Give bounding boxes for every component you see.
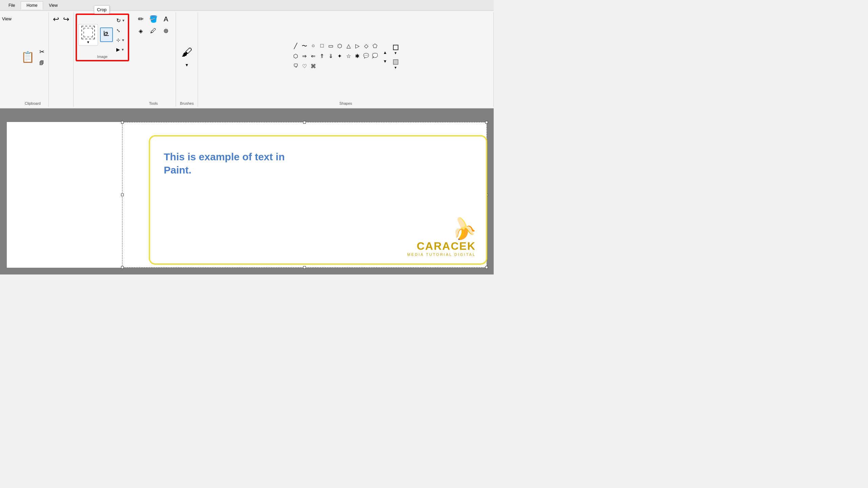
color-picker-tool[interactable]: 🖊 [148, 26, 159, 36]
select-icon [81, 26, 95, 39]
eraser-tool[interactable]: ◈ [135, 26, 146, 36]
svg-rect-6 [393, 60, 398, 64]
shape-line[interactable]: ╱ [292, 42, 300, 52]
shape-callout1[interactable]: 💬 [362, 52, 370, 62]
shape-5point-star[interactable]: ☆ [344, 52, 353, 62]
view-label[interactable]: View [0, 15, 14, 23]
paste-button[interactable]: 📋 [20, 49, 36, 65]
brand-name: CARACEK [417, 240, 476, 252]
undo-button[interactable]: ↩ [52, 14, 60, 25]
brushes-section: 🖌 ▼ Brushes [176, 12, 198, 107]
brand-sub: MEDIA TUTORIAL DIGITAL [407, 252, 476, 257]
invert-dropdown-arrow: ▼ [121, 48, 124, 52]
shapes-format: ▼ ▼ [391, 43, 400, 71]
shapes-section: ╱ 〜 ○ □ ▭ ⬡ △ ▷ ◇ ⬠ ⬡ ⇒ ⇐ ⇑ ⇓ ✦ [198, 12, 494, 107]
tab-view[interactable]: View [43, 1, 63, 9]
canvas-area: This is example of text in Paint. 🍌 CARA… [0, 108, 494, 274]
shape-callout2[interactable]: 💭 [371, 52, 379, 62]
shape-parallelogram[interactable]: ⬡ [336, 42, 344, 52]
shapes-scroll-up[interactable]: ▲ [382, 49, 389, 56]
shape-left-arrow[interactable]: ⇐ [309, 52, 317, 62]
shape-diamond[interactable]: ◇ [362, 42, 370, 52]
select-region-button[interactable]: ⊹ ▼ [115, 36, 126, 44]
rotate-dropdown-arrow: ▼ [122, 19, 125, 22]
shape-curve[interactable]: 〜 [300, 42, 309, 52]
image-section-label: Image [97, 53, 108, 59]
brushes-label: Brushes [180, 100, 194, 105]
tab-home[interactable]: Home [21, 1, 43, 9]
shape-up-arrow[interactable]: ⇑ [318, 52, 326, 62]
selection-handle-bm[interactable] [303, 266, 306, 269]
card-text: This is example of text in Paint. [164, 150, 472, 177]
card-logo: 🍌 CARACEK MEDIA TUTORIAL DIGITAL [407, 216, 476, 257]
selection-handle-ml[interactable] [121, 194, 124, 196]
shape-rounded-rect[interactable]: ▭ [327, 42, 335, 52]
outline-button[interactable]: ▼ [391, 43, 400, 56]
cut-button[interactable]: ✂ [38, 47, 46, 57]
shape-circle[interactable]: ○ [309, 42, 317, 52]
brushes-dropdown[interactable]: ▼ [183, 61, 190, 69]
resize-button[interactable]: ⤡ [115, 27, 126, 34]
shape-heart[interactable]: ♡ [300, 62, 309, 72]
shape-6point-star[interactable]: ✱ [353, 52, 361, 62]
selection-handle-tr[interactable] [485, 121, 488, 124]
shapes-label: Shapes [339, 100, 352, 105]
shape-lightning[interactable]: ⌘ [309, 62, 317, 72]
shape-down-arrow[interactable]: ⇓ [327, 52, 335, 62]
toolbar-body: View 📋 ✂ 🗐 Clipboard ↩ ↪ [0, 11, 494, 108]
copy-button[interactable]: 🗐 [38, 59, 46, 67]
svg-rect-4 [105, 33, 107, 35]
shape-triangle[interactable]: △ [344, 42, 353, 52]
shapes-inner: ╱ 〜 ○ □ ▭ ⬡ △ ▷ ◇ ⬠ ⬡ ⇒ ⇐ ⇑ ⇓ ✦ [292, 14, 400, 100]
pencil-tool[interactable]: ✏ [135, 14, 146, 24]
shape-hexagon[interactable]: ⬡ [292, 52, 300, 62]
shape-rect[interactable]: □ [318, 42, 326, 52]
selection-handle-tm[interactable] [303, 121, 306, 124]
toolbar-tabs: File Home View [0, 0, 494, 11]
shape-right-arrow[interactable]: ⇒ [300, 52, 309, 62]
shapes-scroll: ▲ ▼ [382, 49, 389, 65]
canvas-white[interactable]: This is example of text in Paint. 🍌 CARA… [7, 122, 487, 268]
clipboard-icons: 📋 ✂ 🗐 [20, 14, 46, 100]
rotate-button[interactable]: ↻ ▼ [115, 16, 126, 25]
invert-button[interactable]: ▶ ▼ [115, 46, 126, 53]
content-card: This is example of text in Paint. 🍌 CARA… [149, 136, 487, 264]
clipboard-section: 📋 ✂ 🗐 Clipboard [17, 12, 49, 107]
brush-button[interactable]: 🖌 [180, 45, 194, 60]
image-section-inner: ▼ [78, 16, 126, 53]
shapes-scroll-down[interactable]: ▼ [382, 58, 389, 65]
tools-section: ✏ 🪣 A ◈ 🖊 ⊕ Tools [131, 12, 176, 107]
selection-handle-bl[interactable] [121, 266, 124, 269]
fill-button[interactable]: ▼ [391, 58, 400, 71]
select-button[interactable]: ▼ [78, 24, 98, 46]
image-section-highlight: Crop ▼ [76, 14, 129, 61]
undo-redo-group: ↩ ↪ [52, 14, 71, 25]
shape-right-triangle[interactable]: ▷ [353, 42, 361, 52]
image-section-container: Crop ▼ [75, 13, 130, 106]
crop-button[interactable] [100, 27, 113, 42]
clipboard-label: Clipboard [25, 100, 41, 105]
selection-handle-tl[interactable] [121, 121, 124, 124]
outline-dropdown: ▼ [394, 51, 397, 55]
select-dropdown-arrow: ▼ [86, 40, 90, 44]
select-region-dropdown-arrow: ▼ [121, 38, 125, 42]
banana-icon: 🍌 [448, 213, 478, 243]
image-right-buttons: ↻ ▼ ⤡ ⊹ ▼ ▶ [115, 16, 126, 53]
tools-grid: ✏ 🪣 A ◈ 🖊 ⊕ [135, 14, 172, 36]
shape-callout3[interactable]: 🗨 [292, 62, 300, 72]
brushes-inner: 🖌 ▼ [180, 14, 194, 100]
shape-4point-star[interactable]: ✦ [336, 52, 344, 62]
magnifier-tool[interactable]: ⊕ [160, 26, 172, 36]
tools-label: Tools [149, 100, 158, 105]
text-tool[interactable]: A [160, 14, 172, 24]
redo-button[interactable]: ↪ [62, 14, 71, 25]
selection-handle-br[interactable] [485, 266, 488, 269]
shape-pentagon[interactable]: ⬠ [371, 42, 379, 52]
svg-rect-5 [393, 45, 398, 50]
tab-file[interactable]: File [3, 1, 21, 9]
shapes-grid: ╱ 〜 ○ □ ▭ ⬡ △ ▷ ◇ ⬠ ⬡ ⇒ ⇐ ⇑ ⇓ ✦ [292, 42, 379, 72]
undo-redo-section: ↩ ↪ [49, 12, 74, 107]
crop-tooltip: Crop [94, 5, 110, 14]
view-menu: View [0, 12, 17, 107]
fill-tool[interactable]: 🪣 [148, 14, 159, 24]
